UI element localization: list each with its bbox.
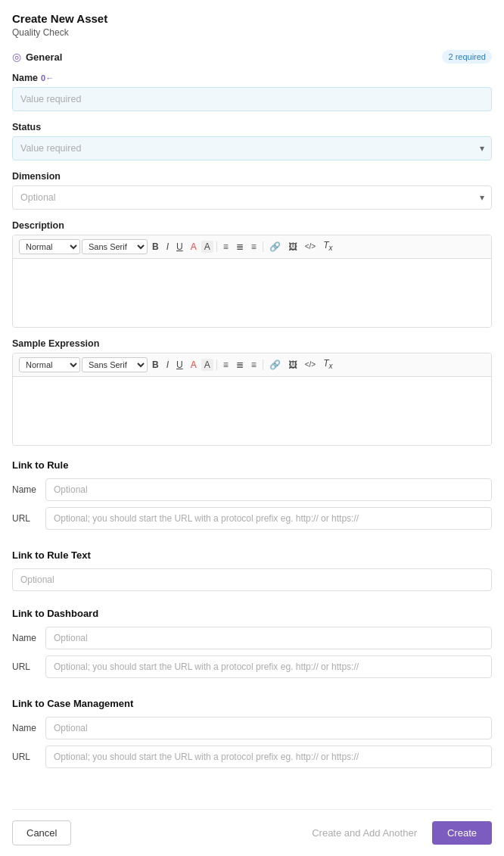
sample-bullet-btn[interactable]: ≡: [220, 359, 232, 371]
toolbar-divider-2: [263, 241, 263, 252]
sample-clear-btn[interactable]: Tx: [320, 357, 335, 372]
section-header: ◎ General 2 required: [12, 50, 492, 64]
sample-code-btn[interactable]: </>: [302, 360, 319, 370]
description-underline-btn[interactable]: U: [173, 241, 186, 253]
link-to-rule-text-input[interactable]: [12, 568, 492, 591]
link-to-case-management-title: Link to Case Management: [12, 698, 492, 709]
dimension-select-wrapper: Optional ▾: [12, 185, 492, 210]
link-to-dashboard-name-input[interactable]: [45, 627, 492, 649]
link-to-rule-title: Link to Rule: [12, 459, 492, 471]
name-label: Name 0←: [12, 73, 492, 83]
required-badge: 2 required: [442, 50, 492, 64]
page-subtitle: Quality Check: [12, 27, 492, 38]
sample-expression-label: Sample Expression: [12, 338, 492, 349]
description-field-group: Description Normal Heading 1 Heading 2 S…: [12, 220, 492, 328]
link-to-rule-group: Link to Rule Name URL: [12, 456, 492, 536]
name-input[interactable]: [12, 87, 492, 111]
sample-highlight-btn[interactable]: A: [201, 359, 213, 371]
link-to-case-management-name-input[interactable]: [45, 717, 492, 739]
link-to-case-management-group: Link to Case Management Name URL: [12, 695, 492, 774]
description-italic-btn[interactable]: I: [163, 241, 172, 253]
dimension-select[interactable]: Optional: [12, 185, 492, 210]
sample-toolbar-divider-2: [263, 360, 263, 370]
sample-ordered-btn[interactable]: ≣: [233, 359, 247, 371]
sample-link-btn[interactable]: 🔗: [266, 359, 284, 371]
link-to-rule-name-label: Name: [12, 484, 39, 495]
link-to-rule-name-input[interactable]: [45, 478, 492, 501]
description-body[interactable]: [13, 259, 491, 327]
link-to-dashboard-url-row: URL: [12, 655, 492, 678]
section-label: General: [26, 51, 62, 63]
page-header: Create New Asset Quality Check: [12, 12, 492, 38]
link-to-rule-name-row: Name: [12, 478, 492, 501]
link-to-dashboard-name-label: Name: [12, 633, 39, 643]
description-link-btn[interactable]: 🔗: [266, 241, 284, 253]
link-to-dashboard-url-input[interactable]: [45, 655, 492, 678]
sample-expression-format-select[interactable]: Normal Heading 1 Heading 2: [19, 357, 80, 372]
description-code-btn[interactable]: </>: [302, 241, 319, 252]
general-icon: ◎: [12, 51, 21, 63]
sample-expression-body[interactable]: [13, 377, 491, 445]
required-icon: 0←: [41, 73, 54, 82]
create-and-add-button[interactable]: Create and Add Another: [303, 821, 426, 845]
status-select-wrapper: Value required ▾: [12, 136, 492, 160]
page-title: Create New Asset: [12, 12, 492, 26]
dimension-label: Dimension: [12, 171, 492, 182]
link-to-rule-url-input[interactable]: [45, 507, 492, 530]
description-label: Description: [12, 220, 492, 231]
status-label: Status: [12, 122, 492, 132]
link-to-case-management-name-label: Name: [12, 723, 39, 733]
sample-expression-font-select[interactable]: Sans Serif Serif Monospace: [82, 357, 148, 372]
cancel-button[interactable]: Cancel: [12, 820, 71, 845]
description-ordered-btn[interactable]: ≣: [233, 241, 247, 253]
sample-align-btn[interactable]: ≡: [248, 359, 260, 371]
name-field-group: Name 0←: [12, 73, 492, 111]
link-to-case-management-url-input[interactable]: [45, 745, 492, 768]
link-to-rule-text-title: Link to Rule Text: [12, 549, 492, 561]
create-button[interactable]: Create: [432, 821, 492, 845]
link-to-dashboard-name-row: Name: [12, 627, 492, 649]
sample-toolbar-divider-1: [216, 360, 217, 370]
description-align-btn[interactable]: ≡: [248, 241, 260, 253]
link-to-dashboard-title: Link to Dashboard: [12, 608, 492, 619]
link-to-dashboard-group: Link to Dashboard Name URL: [12, 605, 492, 684]
link-to-rule-text-group: Link to Rule Text: [12, 546, 492, 594]
sample-image-btn[interactable]: 🖼: [285, 359, 300, 371]
link-to-case-management-url-row: URL: [12, 745, 492, 768]
description-image-btn[interactable]: 🖼: [285, 241, 300, 253]
description-bold-btn[interactable]: B: [149, 241, 162, 253]
status-field-group: Status Value required ▾: [12, 122, 492, 160]
description-clear-btn[interactable]: Tx: [320, 239, 335, 254]
link-to-case-management-name-row: Name: [12, 717, 492, 739]
sample-font-color-btn[interactable]: A: [188, 359, 200, 371]
link-to-rule-url-label: URL: [12, 513, 39, 524]
sample-underline-btn[interactable]: U: [173, 359, 186, 371]
sample-expression-toolbar: Normal Heading 1 Heading 2 Sans Serif Se…: [13, 353, 491, 377]
sample-expression-editor: Normal Heading 1 Heading 2 Sans Serif Se…: [12, 353, 492, 446]
description-font-select[interactable]: Sans Serif Serif Monospace: [82, 239, 148, 254]
dimension-field-group: Dimension Optional ▾: [12, 171, 492, 210]
sample-italic-btn[interactable]: I: [163, 359, 172, 371]
link-to-dashboard-url-label: URL: [12, 661, 39, 672]
description-format-select[interactable]: Normal Heading 1 Heading 2: [19, 239, 80, 254]
footer: Cancel Create and Add Another Create: [12, 809, 492, 856]
description-editor: Normal Heading 1 Heading 2 Sans Serif Se…: [12, 235, 492, 328]
sample-bold-btn[interactable]: B: [149, 359, 162, 371]
link-to-case-management-url-label: URL: [12, 752, 39, 762]
description-toolbar: Normal Heading 1 Heading 2 Sans Serif Se…: [13, 235, 491, 259]
sample-expression-field-group: Sample Expression Normal Heading 1 Headi…: [12, 338, 492, 446]
status-select[interactable]: Value required: [12, 136, 492, 160]
footer-right: Create and Add Another Create: [303, 821, 492, 845]
link-to-rule-url-row: URL: [12, 507, 492, 530]
description-highlight-btn[interactable]: A: [201, 241, 213, 253]
toolbar-divider-1: [216, 241, 217, 252]
description-bullet-btn[interactable]: ≡: [220, 241, 232, 253]
description-font-color-btn[interactable]: A: [188, 241, 200, 253]
